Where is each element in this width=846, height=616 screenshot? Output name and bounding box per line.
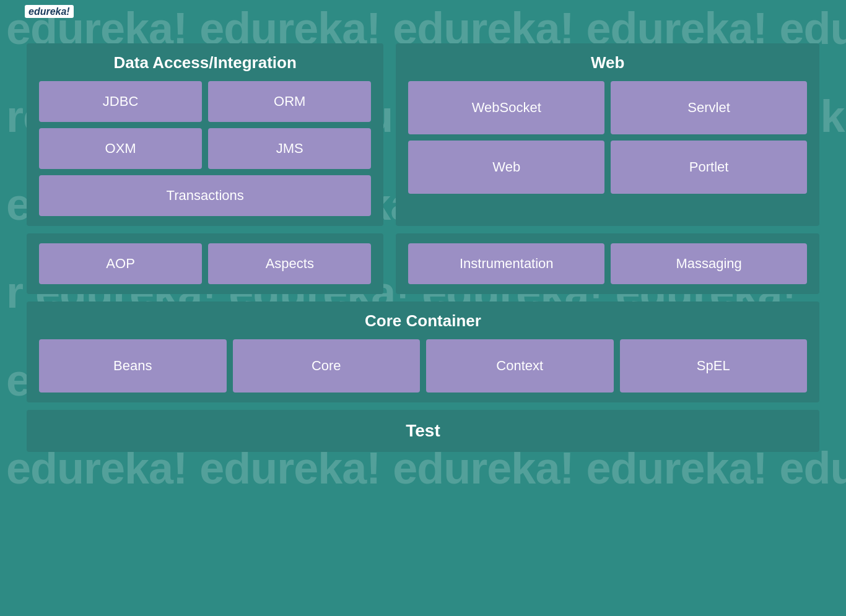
module-card-servlet: Servlet bbox=[611, 81, 807, 134]
module-card-core: Core bbox=[233, 339, 421, 393]
test-box: Test bbox=[27, 410, 819, 452]
aop-box: AOP Aspects bbox=[27, 233, 383, 294]
main-content: Data Access/Integration JDBC ORM OXM JMS… bbox=[0, 0, 846, 616]
logo: edureka! bbox=[25, 6, 74, 17]
module-card-beans: Beans bbox=[39, 339, 227, 393]
data-access-grid: JDBC ORM OXM JMS Transactions bbox=[39, 81, 371, 216]
module-card-jdbc: JDBC bbox=[39, 81, 202, 122]
core-container-title: Core Container bbox=[39, 311, 807, 331]
module-card-transactions: Transactions bbox=[39, 175, 371, 216]
module-card-jms: JMS bbox=[208, 128, 371, 169]
core-grid: Beans Core Context SpEL bbox=[39, 339, 807, 393]
module-card-messaging: Massaging bbox=[611, 243, 807, 284]
module-card-oxm: OXM bbox=[39, 128, 202, 169]
module-card-context: Context bbox=[426, 339, 614, 393]
top-row: Data Access/Integration JDBC ORM OXM JMS… bbox=[27, 43, 819, 226]
module-card-spel: SpEL bbox=[620, 339, 808, 393]
module-card-web: Web bbox=[408, 141, 604, 194]
module-card-websocket: WebSocket bbox=[408, 81, 604, 134]
core-container-box: Core Container Beans Core Context SpEL bbox=[27, 301, 819, 402]
web-grid: WebSocket Servlet Web Portlet bbox=[408, 81, 807, 194]
test-title: Test bbox=[39, 421, 807, 441]
logo-text: edureka! bbox=[25, 5, 74, 18]
module-card-portlet: Portlet bbox=[611, 141, 807, 194]
data-access-title: Data Access/Integration bbox=[39, 53, 371, 72]
web-title: Web bbox=[408, 53, 807, 72]
module-card-instrumentation: Instrumentation bbox=[408, 243, 604, 284]
instrumentation-box: Instrumentation Massaging bbox=[396, 233, 819, 294]
data-access-box: Data Access/Integration JDBC ORM OXM JMS… bbox=[27, 43, 383, 226]
web-box: Web WebSocket Servlet Web Portlet bbox=[396, 43, 819, 226]
module-card-aop: AOP bbox=[39, 243, 202, 284]
middle-row: AOP Aspects Instrumentation Massaging bbox=[27, 233, 819, 294]
module-card-aspects: Aspects bbox=[208, 243, 371, 284]
module-card-orm: ORM bbox=[208, 81, 371, 122]
